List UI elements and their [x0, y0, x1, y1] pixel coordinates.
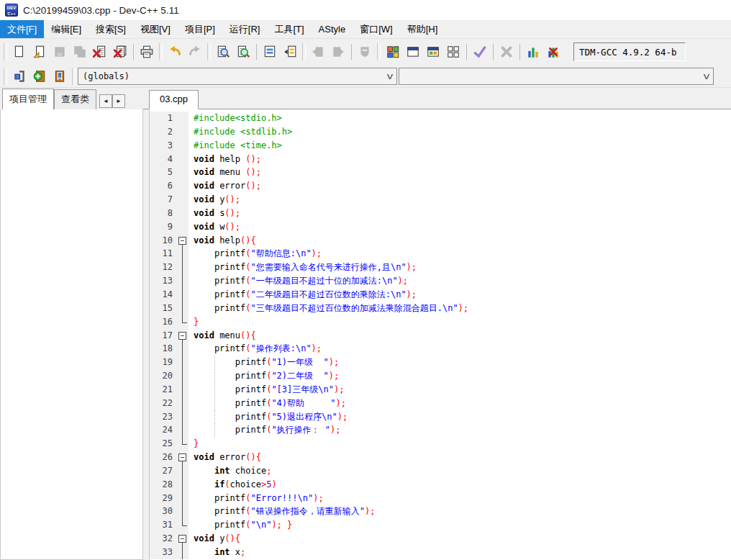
code-line-29[interactable]: 29 printf("Error!!!\n");: [150, 492, 731, 505]
code-line-31[interactable]: 31 printf("\n"); }: [150, 518, 731, 532]
syntax-check-button[interactable]: [470, 42, 490, 62]
tab-03cpp[interactable]: 03.cpp: [149, 90, 199, 109]
editor-tab-strip: 03.cpp: [143, 88, 731, 109]
line-number: 2: [150, 125, 177, 139]
code-line-16[interactable]: 16}: [150, 315, 731, 329]
fold-toggle[interactable]: [177, 234, 189, 248]
code-line-30[interactable]: 30 printf("错误操作指令，请重新输入");: [150, 505, 731, 518]
new-file-button[interactable]: [9, 42, 29, 62]
scope-select[interactable]: (globals) v: [78, 68, 397, 85]
fold-toggle[interactable]: [177, 451, 189, 464]
menu-item-8[interactable]: 窗口[W]: [353, 20, 400, 38]
code-line-25[interactable]: 25}: [150, 437, 731, 451]
line-number: 8: [150, 207, 177, 220]
code-line-8[interactable]: 8void s();: [150, 207, 731, 220]
fold-collapse-icon[interactable]: [178, 535, 186, 543]
open-file-button[interactable]: [29, 42, 50, 62]
scroll-right-icon[interactable]: ►: [112, 94, 125, 108]
find-button[interactable]: [213, 42, 233, 62]
panel-tab-0[interactable]: 项目管理: [2, 89, 54, 109]
menu-item-2[interactable]: 搜索[S]: [88, 20, 133, 38]
code-line-17[interactable]: 17void menu(){: [150, 329, 731, 343]
goto-line-button[interactable]: [260, 42, 280, 62]
code-line-21[interactable]: 21 printf("[3]三年级\n");: [150, 383, 731, 397]
code-line-2[interactable]: 2#include <stdlib.h>: [150, 125, 731, 139]
menu-item-0[interactable]: 文件[F]: [0, 20, 44, 38]
code-line-7[interactable]: 7void y();: [150, 193, 731, 207]
code-line-26[interactable]: 26void error(){: [150, 451, 731, 464]
code-line-28[interactable]: 28 if(choice>5): [150, 478, 731, 492]
swap-header-source-button[interactable]: [280, 42, 300, 62]
code-line-4[interactable]: 4void help ();: [150, 153, 731, 166]
code-line-22[interactable]: 22 printf("4)帮助 ");: [150, 397, 731, 410]
code-line-18[interactable]: 18 printf("操作列表:\n");: [150, 342, 731, 356]
run-button[interactable]: [403, 42, 423, 62]
code-line-13[interactable]: 13 printf("一年级题目不超过十位的加减法:\n");: [150, 274, 731, 288]
code-line-3[interactable]: 3#include <time.h>: [150, 139, 731, 153]
toggle-bookmark-button[interactable]: [29, 66, 50, 86]
undo-button[interactable]: [165, 42, 185, 62]
panel-splitter[interactable]: [143, 109, 149, 560]
menu-item-1[interactable]: 编辑[E]: [44, 20, 88, 38]
compiler-select[interactable]: TDM-GCC 4.9.2 64-b: [573, 42, 686, 61]
close-all-button[interactable]: [110, 42, 130, 62]
code-line-27[interactable]: 27 int choice;: [150, 464, 731, 478]
panel-tab-1[interactable]: 查看类: [54, 89, 96, 109]
profile-delete-button[interactable]: [543, 42, 563, 62]
close-file-button[interactable]: [90, 42, 110, 62]
fold-toggle[interactable]: [177, 532, 189, 546]
menu-bar: 文件[F]编辑[E]搜索[S]视图[V]项目[P]运行[R]工具[T]AStyl…: [0, 20, 731, 39]
fold-collapse-icon[interactable]: [178, 237, 186, 245]
code-line-10[interactable]: 10void help(){: [150, 234, 731, 248]
fold-margin: [177, 247, 189, 261]
code-line-24[interactable]: 24 printf("执行操作： ");: [150, 423, 731, 437]
code-line-6[interactable]: 6void error();: [150, 179, 731, 193]
goto-bookmark-button[interactable]: [50, 66, 70, 86]
menu-item-4[interactable]: 项目[P]: [178, 20, 222, 38]
menu-item-7[interactable]: AStyle: [312, 20, 353, 38]
compile-button[interactable]: [383, 42, 403, 62]
fold-margin: [177, 464, 189, 478]
print-button[interactable]: [137, 42, 157, 62]
tab-strip-row: 项目管理查看类◄► 03.cpp: [0, 88, 731, 109]
code-line-23[interactable]: 23 printf("5)退出程序\n");: [150, 410, 731, 424]
code-line-20[interactable]: 20 printf("2)二年级 ");: [150, 369, 731, 383]
code-line-33[interactable]: 33 int x;: [150, 546, 731, 559]
replace-button[interactable]: [233, 42, 253, 62]
fold-collapse-icon[interactable]: [178, 453, 186, 461]
member-select[interactable]: v: [399, 68, 714, 85]
code-text: #include<stdio.h>: [189, 112, 731, 125]
forward-button: [328, 42, 348, 62]
scroll-left-icon[interactable]: ◄: [99, 94, 112, 108]
indent-guide: [214, 410, 215, 424]
rebuild-all-button[interactable]: [443, 42, 463, 62]
code-line-9[interactable]: 9void w();: [150, 220, 731, 234]
fold-collapse-icon[interactable]: [178, 332, 186, 340]
code-editor[interactable]: 1#include<stdio.h>2#include <stdlib.h>3#…: [149, 109, 731, 560]
menu-item-3[interactable]: 视图[V]: [133, 20, 178, 38]
code-line-15[interactable]: 15 printf("三年级题目不超过百位数的加减法乘除混合题目.\n");: [150, 302, 731, 315]
menu-item-5[interactable]: 运行[R]: [222, 20, 268, 38]
code-text: printf("您需要输入命名代号来进行操作,且\n");: [189, 261, 731, 274]
line-number: 18: [150, 342, 177, 356]
code-line-19[interactable]: 19 printf("1)一年级 ");: [150, 356, 731, 369]
code-line-11[interactable]: 11 printf("帮助信息:\n");: [150, 247, 731, 261]
fold-margin: [177, 478, 189, 492]
code-line-5[interactable]: 5void menu ();: [150, 166, 731, 179]
profile-button[interactable]: [523, 42, 543, 62]
code-line-14[interactable]: 14 printf("二年级题目不超过百位数的乘除法:\n");: [150, 288, 731, 302]
menu-item-6[interactable]: 工具[T]: [267, 20, 311, 38]
toolbar-main: TDM-GCC 4.9.2 64-b: [0, 39, 731, 65]
insert-button[interactable]: [9, 66, 29, 86]
project-panel-body[interactable]: [0, 109, 143, 560]
devcpp-app-icon: DEVC++: [5, 4, 18, 17]
redo-button: [185, 42, 205, 62]
code-line-12[interactable]: 12 printf("您需要输入命名代号来进行操作,且\n");: [150, 261, 731, 274]
code-line-1[interactable]: 1#include<stdio.h>: [150, 112, 731, 125]
menu-item-9[interactable]: 帮助[H]: [400, 20, 445, 38]
line-number: 32: [150, 532, 177, 546]
compile-run-button[interactable]: [423, 42, 443, 62]
code-line-32[interactable]: 32void y(){: [150, 532, 731, 546]
code-text: void w();: [189, 220, 731, 234]
fold-toggle[interactable]: [177, 329, 189, 343]
